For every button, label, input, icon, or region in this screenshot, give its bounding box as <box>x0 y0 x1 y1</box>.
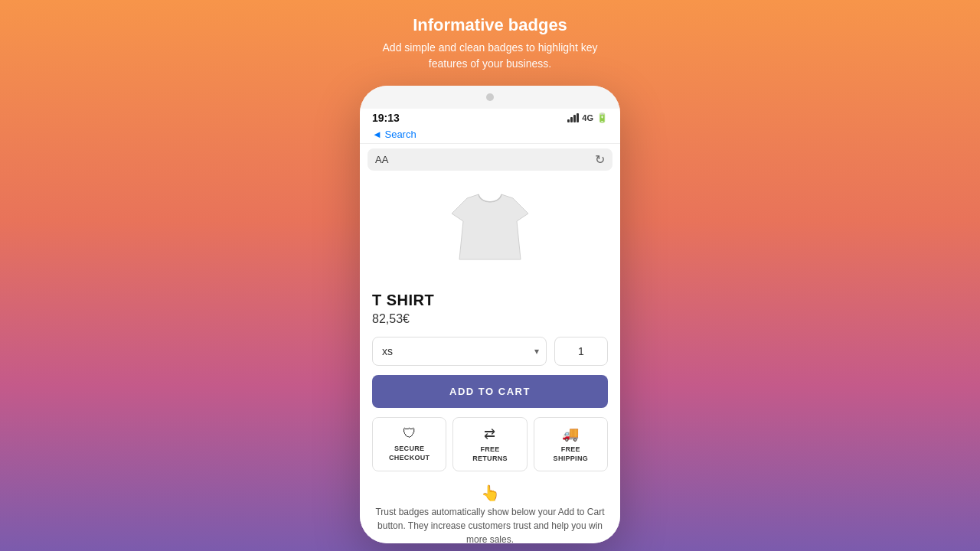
header-title: Informative badges <box>368 15 612 35</box>
shield-icon: 🛡 <box>403 425 416 442</box>
header-subtitle: Add simple and clean badges to highlight… <box>368 40 612 72</box>
returns-icon: ⇄ <box>484 425 495 442</box>
badge-free-returns-label: FREERETURNS <box>472 445 508 463</box>
page-wrapper: Informative badges Add simple and clean … <box>0 0 980 551</box>
product-price: 82,53€ <box>372 312 608 326</box>
trust-text: Trust badges automatically show below yo… <box>375 505 605 543</box>
phone-camera <box>486 93 494 101</box>
badge-secure-checkout: 🛡 SECURECHECKOUT <box>372 417 446 471</box>
signal-icon <box>567 113 579 122</box>
badge-secure-checkout-label: SECURECHECKOUT <box>389 445 430 462</box>
phone-content: T SHIRT 82,53€ xs s m l xl ▾ AD <box>360 175 620 543</box>
status-time: 19:13 <box>372 112 400 124</box>
status-icons: 4G 🔋 <box>567 112 608 123</box>
product-image-area <box>372 175 608 282</box>
product-image <box>444 183 536 275</box>
add-to-cart-button[interactable]: ADD TO CART <box>372 375 608 408</box>
product-name: T SHIRT <box>372 292 608 309</box>
quantity-input[interactable] <box>554 337 608 366</box>
header-section: Informative badges Add simple and clean … <box>368 15 612 72</box>
battery-icon: 🔋 <box>596 112 608 123</box>
trust-emoji: 👆 <box>375 484 605 502</box>
badges-row: 🛡 SECURECHECKOUT ⇄ FREERETURNS 🚚 FREESHI… <box>372 417 608 471</box>
address-bar-text: AA <box>375 154 388 165</box>
badge-free-shipping-label: FREESHIPPING <box>554 445 588 463</box>
phone-mockup: 19:13 4G 🔋 ◄ Search AA ↻ <box>360 86 620 543</box>
address-bar[interactable]: AA ↻ <box>368 148 612 171</box>
network-label: 4G <box>582 113 593 122</box>
badge-free-returns: ⇄ FREERETURNS <box>452 417 527 471</box>
nav-back[interactable]: ◄ Search <box>372 129 416 140</box>
shipping-icon: 🚚 <box>562 425 579 442</box>
trust-section: 👆 Trust badges automatically show below … <box>372 484 608 543</box>
size-select[interactable]: xs s m l xl <box>372 337 547 366</box>
nav-bar: ◄ Search <box>360 127 620 144</box>
size-select-wrapper[interactable]: xs s m l xl ▾ <box>372 337 547 366</box>
status-bar: 19:13 4G 🔋 <box>360 109 620 127</box>
reload-icon[interactable]: ↻ <box>595 152 605 167</box>
badge-free-shipping: 🚚 FREESHIPPING <box>534 417 608 471</box>
product-controls: xs s m l xl ▾ <box>372 337 608 366</box>
phone-top-bar <box>360 86 620 109</box>
